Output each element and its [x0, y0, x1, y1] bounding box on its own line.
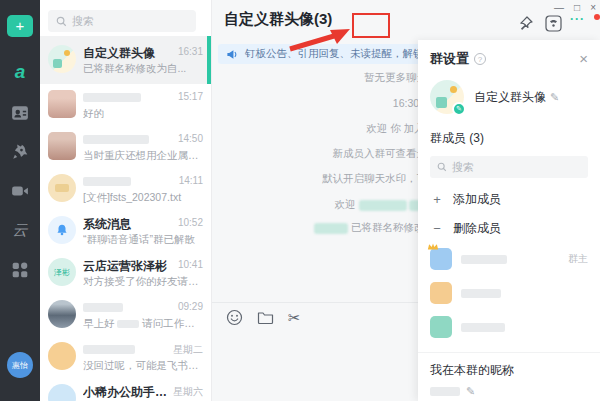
chat-time: 15:17: [178, 91, 203, 102]
megaphone-icon: [226, 48, 239, 61]
chat-item[interactable]: 没回过呢，可能是飞书、钉... 星期二: [40, 336, 211, 378]
chat-time: 10:52: [178, 217, 203, 228]
contact-avatar: [48, 174, 76, 202]
chat-time: 14:11: [179, 175, 203, 186]
redacted-nickname: [430, 387, 460, 396]
contact-avatar: [48, 342, 76, 370]
chat-preview: 早上好 请问工作流程...: [83, 317, 203, 331]
chat-item-system[interactable]: 系统消息 “群聊语音通话”群已解散 10:52: [40, 210, 211, 252]
minimize-button[interactable]: —: [554, 1, 564, 14]
search-input[interactable]: 搜索: [48, 10, 196, 32]
chat-item[interactable]: 当时重庆还想用企业属性来... 14:50: [40, 126, 211, 168]
panel-close-icon[interactable]: ×: [579, 52, 588, 66]
chat-time: 09:29: [178, 301, 203, 312]
members-count-label: 群成员 (3): [430, 130, 588, 147]
chat-list: 搜索 自定义群头像 已将群名称修改为自... 16:31 好的 15:17: [40, 0, 212, 401]
contact-avatar: [48, 132, 76, 160]
member-avatar: [430, 282, 452, 304]
screenshot-scissors-icon[interactable]: ✂: [288, 309, 301, 326]
maximize-button[interactable]: □: [574, 1, 580, 14]
app-logo-icon: a: [15, 61, 26, 83]
member-row[interactable]: [430, 316, 588, 338]
owner-label: 群主: [568, 252, 588, 266]
chat-item[interactable]: 泽彬 云店运营张泽彬 对方接受了你的好友请求，... 10:41: [40, 252, 211, 294]
cloud-app-icon[interactable]: 云: [13, 221, 28, 240]
chat-item[interactable]: [文件]fsts_202307.txt 14:11: [40, 168, 211, 210]
member-avatar: [430, 316, 452, 338]
group-avatar-large[interactable]: ✎: [430, 80, 464, 114]
chat-time: 10:41: [178, 259, 203, 270]
member-avatar: [430, 248, 452, 270]
chat-title: 小稀办公助手: [83, 385, 167, 398]
user-avatar[interactable]: 惠怡: [7, 352, 33, 378]
pin-icon[interactable]: [517, 15, 534, 32]
search-placeholder: 搜索: [72, 14, 94, 29]
search-icon: [56, 16, 67, 27]
panel-title: 群设置: [430, 50, 469, 68]
chat-item[interactable]: 好的 15:17: [40, 84, 211, 126]
more-menu-button[interactable]: ···: [570, 12, 585, 26]
chat-time: 星期六: [173, 385, 203, 399]
help-icon[interactable]: ?: [474, 53, 486, 65]
workbench-rocket-icon[interactable]: [11, 143, 29, 161]
redacted-name: [461, 255, 507, 264]
group-name: 自定义群头像: [474, 89, 546, 106]
owner-crown-icon: [427, 242, 439, 251]
chat-preview: [文件]fsts_202307.txt: [83, 191, 203, 205]
chat-item[interactable]: 早上好 请问工作流程... 09:29: [40, 294, 211, 336]
chat-item-custom-group[interactable]: 自定义群头像 已将群名称修改为自... 16:31: [40, 36, 211, 84]
search-icon: [437, 162, 447, 172]
member-search-placeholder: 搜索: [452, 160, 474, 175]
phone-history-icon[interactable]: [545, 15, 562, 32]
window-controls: — □ ×: [554, 1, 596, 14]
minus-icon: −: [430, 221, 444, 236]
add-member-button[interactable]: + 添加成员: [430, 191, 588, 207]
chat-preview: “群聊语音通话”群已解散: [83, 233, 203, 247]
chat-time: 14:50: [178, 133, 203, 144]
edit-avatar-badge-icon[interactable]: ✎: [452, 102, 466, 116]
bot-avatar: [48, 384, 76, 401]
redacted-name: [461, 323, 505, 332]
redacted-name: [461, 289, 501, 298]
chat-preview: 没回过呢，可能是飞书、钉...: [83, 359, 203, 373]
member-row-owner[interactable]: 群主: [430, 248, 588, 270]
chat-header-title: 自定义群头像(3): [224, 10, 332, 29]
notification-dot: [594, 14, 600, 20]
system-bell-icon: [48, 216, 76, 244]
edit-group-name-icon[interactable]: ✎: [550, 91, 559, 104]
contact-avatar: [48, 90, 76, 118]
contact-avatar: [48, 300, 76, 328]
close-button[interactable]: ×: [590, 1, 596, 14]
apps-grid-icon[interactable]: [11, 261, 29, 279]
video-call-icon[interactable]: [11, 182, 29, 200]
plus-icon: +: [430, 192, 444, 207]
chat-item-bot[interactable]: 小稀办公助手机器人 星期六: [40, 378, 211, 401]
nickname-label: 我在本群的昵称: [430, 362, 588, 379]
group-avatar: [48, 45, 76, 73]
edit-nickname-icon[interactable]: ✎: [466, 385, 475, 398]
member-search-input[interactable]: 搜索: [430, 156, 588, 178]
nickname-section: 我在本群的昵称 ✎: [418, 352, 600, 398]
contacts-icon[interactable]: [11, 104, 29, 122]
contact-avatar: 泽彬: [48, 258, 76, 286]
remove-member-button[interactable]: − 删除成员: [430, 220, 588, 236]
create-button[interactable]: +: [7, 15, 33, 37]
emoji-icon[interactable]: [226, 309, 243, 326]
chat-preview: 当时重庆还想用企业属性来...: [83, 149, 203, 163]
nav-rail: + a 云 惠怡: [0, 0, 40, 401]
group-settings-panel: 群设置 ? × ✎ 自定义群头像 ✎ 群成员 (3) 搜索 + 添加成员 − 删…: [418, 40, 600, 401]
app-window: + a 云 惠怡 搜索 自定义群头像 已将群名称修改为自...: [0, 0, 600, 401]
chat-time: 星期二: [173, 343, 203, 357]
chat-preview: 好的: [83, 107, 203, 121]
chat-time: 16:31: [178, 46, 203, 57]
folder-icon[interactable]: [257, 309, 274, 326]
member-row[interactable]: [430, 282, 588, 304]
message-toolbar: ✂: [226, 309, 301, 326]
chat-preview: 对方接受了你的好友请求，...: [83, 275, 203, 289]
chat-preview: 已将群名称修改为自...: [83, 62, 203, 76]
